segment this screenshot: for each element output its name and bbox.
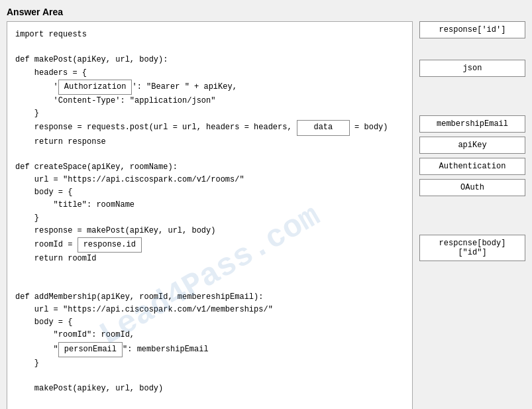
sidebar-item-api-key[interactable]: apiKey (419, 137, 525, 154)
sidebar-spacer (419, 200, 525, 213)
code-line: "roomId": roomId, (15, 329, 404, 341)
code-line: return response (15, 136, 404, 148)
sidebar-spacer (419, 42, 525, 56)
code-line (15, 148, 404, 161)
code-line: url = "https://api.ciscospark.com/v1/roo… (15, 174, 404, 186)
sidebar-item-authentication[interactable]: Authentication (419, 158, 525, 175)
response-id-box[interactable]: response.id (78, 237, 142, 253)
sidebar-spacer (419, 217, 525, 231)
code-line: 'Authorization': "Bearer " + apiKey, (15, 80, 404, 95)
code-line: body = { (15, 186, 404, 199)
code-line: } (15, 357, 404, 370)
code-line: def createSpace(apiKey, roomName): (15, 161, 404, 174)
sidebar-item-membership-email[interactable]: membershipEmail (419, 115, 525, 133)
code-panel: Lead4Pass.com import requests def makePo… (7, 21, 413, 409)
code-line: 'Content-Type': "application/json" (15, 95, 404, 107)
code-line: headers = { (15, 67, 404, 80)
code-line: response = requests.post(url = url, head… (15, 120, 404, 135)
data-box[interactable]: data (297, 120, 350, 135)
code-line (15, 41, 404, 54)
code-line: import requests (15, 29, 404, 41)
code-line: url = "https://api.ciscospark.com/v1/mem… (15, 304, 404, 316)
code-line: } (15, 212, 404, 225)
code-line: } (15, 107, 404, 120)
sidebar-item-oauth[interactable]: OAuth (419, 179, 525, 196)
sidebar: response['id'] json membershipEmail apiK… (419, 21, 525, 409)
code-line: def makePost(apiKey, url, body): (15, 54, 404, 66)
authorization-box[interactable]: Authorization (58, 80, 133, 95)
sidebar-item-json[interactable]: json (419, 60, 525, 77)
sidebar-spacer (419, 98, 525, 111)
code-line: "personEmail": membershipEmail (15, 342, 404, 357)
code-line: roomId = response.id (15, 237, 404, 253)
code-line: response = makePost(apiKey, url, body) (15, 225, 404, 237)
code-line (15, 265, 404, 278)
code-line: body = { (15, 316, 404, 329)
sidebar-item-response-body-id[interactable]: respcnse[body]["id"] (419, 235, 525, 261)
code-line (15, 370, 404, 382)
sidebar-spacer (419, 81, 525, 94)
code-line: makePost(apikey, url, body) (15, 382, 404, 395)
code-line (15, 278, 404, 291)
code-line: "title": roomName (15, 199, 404, 211)
main-container: Lead4Pass.com import requests def makePo… (7, 21, 525, 409)
answer-area-label: Answer Area (7, 7, 525, 17)
code-line: return roomId (15, 253, 404, 265)
code-line: def addMembership(apiKey, roomId, member… (15, 291, 404, 304)
code-line (15, 395, 404, 408)
sidebar-item-response-id[interactable]: response['id'] (419, 21, 525, 38)
person-email-box[interactable]: personEmail (58, 342, 123, 357)
